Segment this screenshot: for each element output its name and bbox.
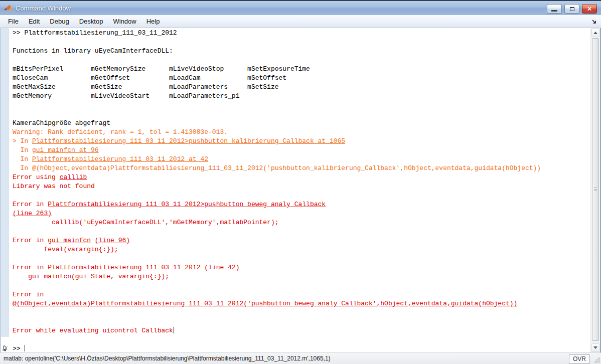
text-caret xyxy=(25,345,25,351)
console-text: In xyxy=(13,146,32,154)
minimize-button[interactable] xyxy=(547,4,562,14)
scrollbar-thumb[interactable] xyxy=(592,38,599,341)
console-link[interactable]: @(hObject,eventdata)Plattformstabiliesie… xyxy=(13,300,517,307)
console-line: Error while evaluating uicontrol Callbac… xyxy=(13,326,590,335)
console-line xyxy=(13,308,590,317)
menu-item-window[interactable]: Window xyxy=(108,16,141,27)
console-text: Error in xyxy=(13,291,44,298)
console-line xyxy=(13,281,590,290)
ovr-indicator: OVR xyxy=(569,354,590,363)
console-link[interactable]: Plattformstabiliesierung_111_03_11_2012>… xyxy=(32,137,345,145)
arrow-up-icon xyxy=(593,32,597,34)
menu-bar: FileEditDebugDesktopWindowHelp xyxy=(0,15,601,28)
console-line: mGetMemory mLiveVideoStart mLoadParamete… xyxy=(13,92,590,101)
console-text: Error while evaluating uicontrol Callbac… xyxy=(13,327,173,334)
console-link[interactable]: calllib xyxy=(60,173,87,181)
maximize-icon xyxy=(570,7,574,11)
vertical-scrollbar[interactable] xyxy=(590,28,600,352)
console-text: Error in xyxy=(13,237,48,244)
console-line xyxy=(13,191,590,200)
scroll-down-button[interactable] xyxy=(591,343,599,352)
console-line: calllib('uEyeCamInterfaceDLL','mGetMemor… xyxy=(13,218,590,227)
console-text xyxy=(91,237,95,244)
console-line: Error in gui_mainfcn (line 96) xyxy=(13,236,590,245)
console-line: Error in Plattformstabiliesierung_111_03… xyxy=(13,263,590,272)
console-line: >> xyxy=(13,344,590,352)
console-line: mBitsPerPixel mGetMemorySize mLiveVideoS… xyxy=(13,65,590,74)
console-text: mGetMaxSize mGetSize mLoadParameters mSe… xyxy=(13,83,279,91)
menu-item-help[interactable]: Help xyxy=(141,16,165,27)
resize-grip[interactable] xyxy=(594,357,600,363)
dock-icon[interactable] xyxy=(590,18,597,25)
console-text: Library was not found xyxy=(13,183,95,190)
menu-item-desktop[interactable]: Desktop xyxy=(74,16,108,27)
console-line xyxy=(13,335,590,344)
command-window: Command Window ✕ FileEditDebugDesktopWin… xyxy=(0,0,601,364)
console-line: Error in xyxy=(13,290,590,299)
console-text: KameraChipgröße abgefragt xyxy=(13,119,110,127)
scroll-up-button[interactable] xyxy=(591,29,599,37)
console-line: Functions in library uEyeCamInterfaceDLL… xyxy=(13,47,590,56)
console-line xyxy=(13,317,590,326)
window-title: Command Window xyxy=(16,5,71,12)
console-link[interactable]: Plattformstabiliesierung_111_03_11_2012 xyxy=(48,264,200,271)
console-output: >> Plattformstabiliesierung_111_03_11_20… xyxy=(1,28,590,352)
console-link[interactable]: (line 96) xyxy=(95,237,130,244)
console-line: Library was not found xyxy=(13,182,590,191)
dock-arrow-icon xyxy=(591,19,597,25)
console-line: Error using calllib xyxy=(13,173,590,182)
console-line xyxy=(13,254,590,263)
console-text: Error in xyxy=(13,201,48,208)
console-area[interactable]: >> Plattformstabiliesierung_111_03_11_20… xyxy=(0,28,601,352)
console-line xyxy=(13,110,590,119)
console-text: mCloseCam mGetOffset mLoadCam mSetOffset xyxy=(13,74,286,82)
console-text: > In xyxy=(13,137,32,145)
console-text: calllib('uEyeCamInterfaceDLL','mGetMemor… xyxy=(13,219,279,226)
console-link[interactable]: Plattformstabiliesierung_111_03_11_2012>… xyxy=(48,201,326,208)
status-bar: matlab: opentoline('C:\Users\H.Öztas\Des… xyxy=(0,352,601,364)
console-link[interactable]: Plattformstabiliesierung_111_03_11_2012 … xyxy=(32,155,208,163)
console-line: feval(varargin{:}); xyxy=(13,245,590,254)
console-link[interactable]: (line 263) xyxy=(13,210,52,217)
console-text: >> xyxy=(13,345,24,352)
console-text: Error using xyxy=(13,173,60,181)
console-link[interactable]: (line 42) xyxy=(204,264,239,271)
console-line: In Plattformstabiliesierung_111_03_11_20… xyxy=(13,155,590,164)
menu-item-file[interactable]: File xyxy=(3,16,24,27)
console-link[interactable]: gui_mainfcn at 96 xyxy=(32,146,99,154)
title-bar: Command Window ✕ xyxy=(0,0,601,15)
console-line: In @(hObject,eventdata)Plattformstabilie… xyxy=(13,164,590,173)
console-line: >> Plattformstabiliesierung_111_03_11_20… xyxy=(13,29,590,38)
arrow-down-icon xyxy=(593,346,597,349)
console-line: @(hObject,eventdata)Plattformstabiliesie… xyxy=(13,299,590,308)
console-line: Error in Plattformstabiliesierung_111_03… xyxy=(13,200,590,209)
console-line: (line 263) xyxy=(13,209,590,218)
console-text: gui_mainfcn(gui_State, varargin{:}); xyxy=(13,273,169,280)
console-text: >> Plattformstabiliesierung_111_03_11_20… xyxy=(13,29,177,37)
scrollbar-grip-icon xyxy=(594,188,597,192)
console-text: Warning: Rank deficient, rank = 1, tol =… xyxy=(13,128,228,136)
console-line: In gui_mainfcn at 96 xyxy=(13,146,590,155)
fx-button[interactable]: fx xyxy=(2,344,9,352)
console-line xyxy=(13,56,590,65)
console-text: In @(hObject,eventdata)Plattformstabilie… xyxy=(13,164,541,172)
console-text: mBitsPerPixel mGetMemorySize mLiveVideoS… xyxy=(13,65,310,73)
console-link[interactable]: gui_mainfcn xyxy=(48,237,91,244)
console-text: mGetMemory mLiveVideoStart mLoadParamete… xyxy=(13,92,239,100)
text-caret xyxy=(174,327,174,333)
close-button[interactable]: ✕ xyxy=(582,4,597,14)
console-line: mCloseCam mGetOffset mLoadCam mSetOffset xyxy=(13,74,590,83)
fx-label: fx xyxy=(3,343,7,351)
close-icon: ✕ xyxy=(587,6,592,12)
console-line: > In Plattformstabiliesierung_111_03_11_… xyxy=(13,137,590,146)
console-line xyxy=(13,38,590,47)
console-line xyxy=(13,101,590,110)
console-text: In xyxy=(13,155,32,163)
maximize-button[interactable] xyxy=(564,4,579,14)
console-text: feval(varargin{:}); xyxy=(13,246,118,253)
console-line: Warning: Rank deficient, rank = 1, tol =… xyxy=(13,128,590,137)
console-line: KameraChipgröße abgefragt xyxy=(13,119,590,128)
matlab-icon xyxy=(4,5,13,12)
menu-item-debug[interactable]: Debug xyxy=(45,16,74,27)
menu-item-edit[interactable]: Edit xyxy=(24,16,45,27)
